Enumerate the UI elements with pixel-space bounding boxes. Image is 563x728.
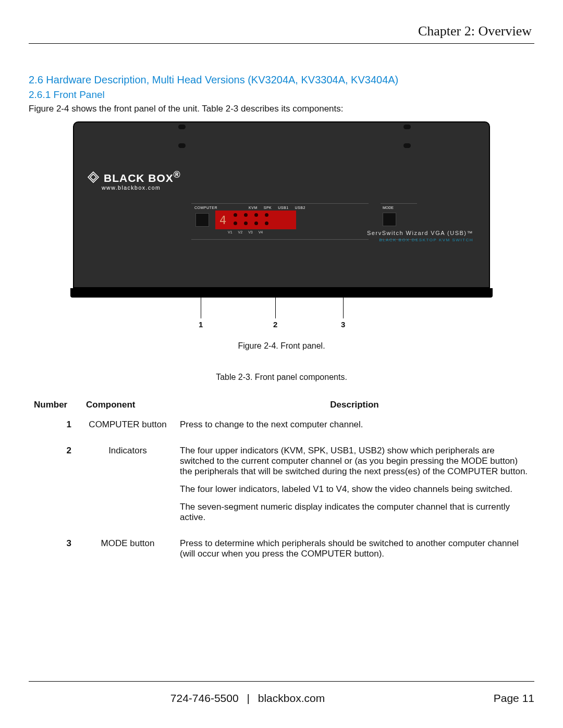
- screw-icon: [403, 143, 411, 148]
- cell-component: MODE button: [81, 534, 175, 571]
- th-component: Component: [81, 398, 175, 415]
- cell-component: COMPUTER button: [81, 415, 175, 441]
- page-footer: 724-746-5500 | blackbox.com Page 11: [29, 681, 534, 705]
- device-baseplate: [70, 288, 493, 298]
- label-v1: V1: [228, 230, 232, 234]
- table-row: 3MODE buttonPress to determine which per…: [29, 534, 534, 571]
- callout-1: 1: [199, 320, 203, 329]
- chapter-title: Chapter 2: Overview: [29, 23, 534, 39]
- device-chassis: BLACK BOX® www.blackbox.com COMPUTER KVM…: [73, 121, 490, 288]
- brand-url: www.blackbox.com: [102, 184, 181, 191]
- description-paragraph: The seven-segment numeric display indica…: [180, 502, 529, 523]
- components-table: Number Component Description 1COMPUTER b…: [29, 398, 534, 571]
- table-row: 1COMPUTER buttonPress to change to the n…: [29, 415, 534, 441]
- cell-description: Press to determine which peripherals sho…: [175, 534, 534, 571]
- label-mode: MODE: [383, 206, 415, 209]
- cell-description: Press to change to the next computer cha…: [175, 415, 534, 441]
- screw-icon: [178, 143, 186, 148]
- th-number: Number: [29, 398, 81, 415]
- page-number: Page 11: [467, 692, 534, 705]
- indicator-leds: [234, 213, 270, 227]
- description-paragraph: Press to change to the next computer cha…: [180, 419, 529, 430]
- section-heading: 2.6 Hardware Description, Multi Head Ver…: [29, 74, 534, 86]
- cell-number: 3: [29, 534, 81, 571]
- product-subtitle: BLACK BOX DESKTOP KVM SWITCH: [379, 238, 473, 242]
- computer-button: [195, 213, 209, 227]
- screw-icon: [403, 125, 411, 129]
- table-caption: Table 2-3. Front panel components.: [29, 373, 534, 382]
- label-kvm: KVM: [249, 206, 258, 209]
- brand-logo: BLACK BOX® www.blackbox.com: [87, 169, 181, 191]
- description-paragraph: Press to determine which peripherals sho…: [180, 538, 529, 559]
- horizontal-rule-top: [29, 43, 534, 44]
- callout-2: 2: [273, 320, 277, 329]
- center-panel: COMPUTER KVM SPK USB1 USB2 4: [191, 203, 369, 240]
- figure-callouts: 1 2 3: [73, 298, 490, 329]
- cell-number: 1: [29, 415, 81, 441]
- description-paragraph: The four upper indicators (KVM, SPK, USB…: [180, 446, 529, 477]
- footer-contact: 724-746-5500 | blackbox.com: [29, 692, 467, 705]
- cell-component: Indicators: [81, 441, 175, 534]
- brand-text: BLACK BOX®: [104, 169, 181, 184]
- product-name: ServSwitch Wizard VGA (USB)™: [367, 230, 473, 236]
- cell-number: 2: [29, 441, 81, 534]
- callout-3: 3: [341, 320, 345, 329]
- seven-segment-display: 4: [219, 214, 226, 227]
- intro-text: Figure 2-4 shows the front panel of the …: [29, 104, 534, 114]
- label-spk: SPK: [264, 206, 272, 209]
- description-paragraph: The four lower indicators, labeled V1 to…: [180, 484, 529, 495]
- indicator-panel: 4: [215, 211, 296, 229]
- screw-icon: [178, 125, 186, 129]
- label-v3: V3: [248, 230, 253, 234]
- horizontal-rule-bottom: [29, 681, 534, 682]
- table-row: 2IndicatorsThe four upper indicators (KV…: [29, 441, 534, 534]
- diamond-icon: [87, 171, 100, 183]
- device-figure: BLACK BOX® www.blackbox.com COMPUTER KVM…: [73, 121, 490, 298]
- label-v4: V4: [259, 230, 263, 234]
- mode-button: [383, 213, 396, 226]
- cell-description: The four upper indicators (KVM, SPK, USB…: [175, 441, 534, 534]
- label-usb1: USB1: [278, 206, 288, 209]
- label-computer: COMPUTER: [194, 206, 217, 209]
- th-description: Description: [175, 398, 534, 415]
- subsection-heading: 2.6.1 Front Panel: [29, 89, 534, 101]
- label-v2: V2: [238, 230, 243, 234]
- figure-caption: Figure 2-4. Front panel.: [29, 341, 534, 351]
- label-usb2: USB2: [295, 206, 305, 209]
